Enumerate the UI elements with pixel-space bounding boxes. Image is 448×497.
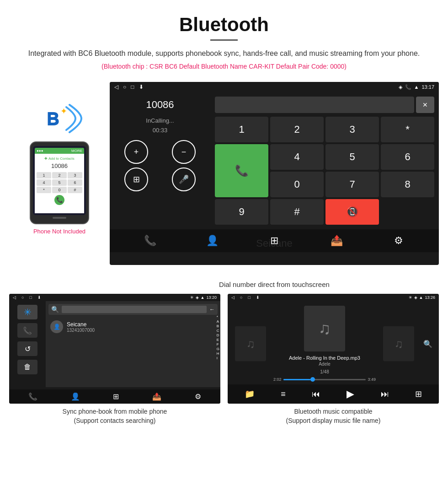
music-location-icon: ◈ xyxy=(414,295,417,300)
music-status-bar: ◁ ○ □ ⬇ ✳ ◈ ▲ 13:26 xyxy=(228,294,439,301)
numpad-5[interactable]: 5 xyxy=(325,144,379,170)
toolbar-phone-icon[interactable]: 📞 xyxy=(141,235,159,247)
numpad-2[interactable]: 2 xyxy=(270,117,324,142)
music-bottom-controls: 📁 ≡ ⏮ ▶ ⏭ ⊞ xyxy=(228,384,439,404)
notification-icon: ⬇ xyxy=(139,84,144,90)
transfer-icon: ⊞ xyxy=(133,174,140,184)
pb-delete-nav-icon[interactable]: 🗑 xyxy=(17,360,37,374)
pb-alpha-I[interactable]: I xyxy=(217,356,219,360)
dialpad-6[interactable]: 6 xyxy=(68,179,82,186)
call-green-button[interactable]: 📞 xyxy=(215,144,268,197)
microphone-icon: 🎤 xyxy=(179,174,189,184)
home-nav-icon[interactable]: ○ xyxy=(123,84,126,90)
backspace-button[interactable]: ✕ xyxy=(416,97,434,113)
pb-location-icon: ◈ xyxy=(196,295,199,300)
music-bt-icon: ✳ xyxy=(409,295,412,300)
music-folder-icon[interactable]: 📁 xyxy=(245,389,255,399)
pb-alpha-C[interactable]: C xyxy=(217,329,219,333)
music-progress-dot xyxy=(310,377,315,382)
numpad-0[interactable]: 0 xyxy=(270,172,324,197)
back-nav-icon[interactable]: ◁ xyxy=(114,84,118,90)
dialpad-4[interactable]: 4 xyxy=(37,179,51,186)
numpad-grid: 1 2 3 * 📞 4 5 6 0 7 8 9 # xyxy=(215,117,434,225)
numpad-6[interactable]: 6 xyxy=(381,144,434,170)
toolbar-settings-icon[interactable]: ⚙ xyxy=(389,235,408,247)
dialpad-3[interactable]: 3 xyxy=(68,172,82,178)
numpad-3[interactable]: 3 xyxy=(325,117,379,142)
music-progress-track[interactable] xyxy=(283,379,366,380)
pb-phone-nav-icon[interactable]: 📞 xyxy=(17,323,37,338)
pb-alpha-G[interactable]: G xyxy=(217,347,219,351)
volume-up-icon: + xyxy=(134,147,139,157)
numpad-hash[interactable]: # xyxy=(270,199,324,225)
pb-toolbar-phone[interactable]: 📞 xyxy=(28,392,37,401)
pb-toolbar-grid[interactable]: ⊞ xyxy=(113,392,119,401)
phone-not-included-label: Phone Not Included xyxy=(33,228,85,235)
numpad-4[interactable]: 4 xyxy=(270,144,324,170)
main-bottom-toolbar: 📞 👤 ⊞ 📤 ⚙ xyxy=(110,229,439,252)
recent-nav-icon[interactable]: □ xyxy=(131,84,134,90)
dialpad-star[interactable]: * xyxy=(37,187,51,193)
pb-status-bar: ◁ ○ □ ⬇ ✳ ◈ ▲ 13:20 xyxy=(9,294,220,301)
phone-call-button[interactable]: 📞 xyxy=(54,195,64,205)
numpad-8[interactable]: 8 xyxy=(381,172,434,197)
music-center-info: ♫ Adele - Rolling In the Deep.mp3 Adele … xyxy=(273,306,376,382)
pb-alpha-star[interactable]: * xyxy=(217,315,219,319)
pb-alpha-D[interactable]: D xyxy=(217,333,219,337)
numpad-7[interactable]: 7 xyxy=(325,172,379,197)
pb-search-input[interactable] xyxy=(62,306,207,313)
pb-alpha-E[interactable]: E xyxy=(217,338,219,342)
numpad-9[interactable]: 9 xyxy=(215,199,268,225)
wifi-icon: ▲ xyxy=(414,84,419,90)
pb-home[interactable]: ○ xyxy=(21,295,24,300)
dialer-right: ✕ 1 2 3 * 📞 4 5 6 0 xyxy=(210,92,439,229)
dialpad-5[interactable]: 5 xyxy=(52,179,67,186)
music-caption: Bluetooth music compatible (Support disp… xyxy=(228,404,439,427)
specs-line: (Bluetooth chip : CSR BC6 Default Blueto… xyxy=(9,63,439,70)
number-input-field[interactable] xyxy=(215,97,414,113)
pb-status-icons: ✳ ◈ ▲ 13:20 xyxy=(190,295,217,300)
pb-search-icon[interactable]: 🔍 xyxy=(51,306,59,313)
microphone-button[interactable]: 🎤 xyxy=(172,167,196,191)
call-icon: 📞 xyxy=(56,197,63,203)
pb-contact-item[interactable]: 👤 Seicane 13241007000 xyxy=(48,319,218,335)
toolbar-dialpad-icon[interactable]: ⊞ xyxy=(265,235,283,247)
music-search-button[interactable]: 🔍 xyxy=(421,338,434,350)
pb-alpha-B[interactable]: B xyxy=(217,324,219,328)
pb-refresh-nav-icon[interactable]: ↺ xyxy=(17,341,37,356)
pb-contact-avatar: 👤 xyxy=(50,320,63,333)
pb-back-arrow-icon[interactable]: ← xyxy=(209,306,215,313)
music-play-icon[interactable]: ▶ xyxy=(347,388,354,400)
volume-up-button[interactable]: + xyxy=(124,140,148,164)
transfer-button[interactable]: ⊞ xyxy=(124,167,148,191)
dialpad-hash[interactable]: # xyxy=(68,187,82,193)
pb-alpha-F[interactable]: F xyxy=(217,342,219,346)
numpad-star[interactable]: * xyxy=(381,117,434,142)
phonebook-caption-line1: Sync phone-book from mobile phone xyxy=(11,407,219,416)
call-end-button[interactable]: 📵 xyxy=(325,199,379,225)
music-list-icon[interactable]: ≡ xyxy=(281,389,286,399)
music-prev-icon[interactable]: ⏮ xyxy=(312,389,320,399)
dialpad-0[interactable]: 0 xyxy=(52,187,67,193)
pb-alpha-A[interactable]: A xyxy=(217,319,219,324)
pb-alpha-H[interactable]: H xyxy=(217,351,219,356)
dialpad-2[interactable]: 2 xyxy=(52,172,67,178)
toolbar-transfer-icon[interactable]: 📤 xyxy=(327,235,346,247)
pb-toolbar-contacts[interactable]: 👤 xyxy=(71,392,80,401)
pb-search-row: 🔍 ← xyxy=(48,304,218,315)
toolbar-contacts-icon[interactable]: 👤 xyxy=(203,235,221,247)
numpad-1[interactable]: 1 xyxy=(215,117,268,142)
volume-down-button[interactable]: − xyxy=(172,140,196,164)
pb-toolbar-transfer[interactable]: 📤 xyxy=(152,392,161,401)
pb-toolbar-settings[interactable]: ⚙ xyxy=(195,392,201,401)
pb-bt-nav-icon[interactable]: ✳ xyxy=(17,305,37,319)
pb-back[interactable]: ◁ xyxy=(13,295,16,300)
pb-recent[interactable]: □ xyxy=(29,295,32,300)
music-back[interactable]: ◁ xyxy=(231,295,235,300)
music-equalizer-icon[interactable]: ⊞ xyxy=(415,389,422,399)
call-timer: 00:33 xyxy=(114,127,206,134)
music-recent[interactable]: □ xyxy=(248,295,250,300)
music-home[interactable]: ○ xyxy=(240,295,242,300)
music-next-icon[interactable]: ⏭ xyxy=(381,389,389,399)
dialpad-1[interactable]: 1 xyxy=(37,172,51,178)
